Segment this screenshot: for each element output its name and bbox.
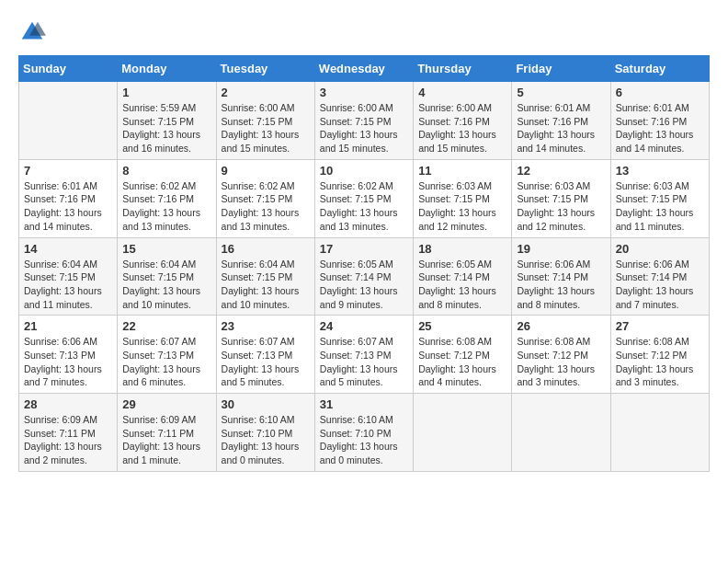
day-number: 8 [122,164,210,178]
day-info: Sunrise: 6:04 AM Sunset: 7:15 PM Dayligh… [222,258,310,312]
logo-icon [18,18,46,46]
calendar-cell: 26Sunrise: 6:08 AM Sunset: 7:12 PM Dayli… [512,316,610,394]
weekday-header-monday: Monday [118,56,216,82]
day-info: Sunrise: 6:10 AM Sunset: 7:10 PM Dayligh… [320,413,408,467]
calendar-week-4: 21Sunrise: 6:06 AM Sunset: 7:13 PM Dayli… [19,316,710,394]
day-number: 21 [24,319,112,333]
day-info: Sunrise: 6:02 AM Sunset: 7:15 PM Dayligh… [222,179,310,234]
calendar-cell: 2Sunrise: 6:00 AM Sunset: 7:15 PM Daylig… [216,82,314,160]
calendar-week-5: 28Sunrise: 6:09 AM Sunset: 7:11 PM Dayli… [19,394,710,472]
day-number: 1 [122,86,210,99]
day-number: 17 [320,242,408,256]
calendar-week-3: 14Sunrise: 6:04 AM Sunset: 7:15 PM Dayli… [19,237,710,316]
day-number: 6 [616,86,704,99]
day-info: Sunrise: 6:09 AM Sunset: 7:11 PM Dayligh… [122,413,210,467]
day-number: 22 [122,319,210,333]
calendar-cell: 4Sunrise: 6:00 AM Sunset: 7:16 PM Daylig… [414,82,512,160]
calendar-cell: 28Sunrise: 6:09 AM Sunset: 7:11 PM Dayli… [19,394,118,472]
day-number: 16 [222,242,310,256]
day-info: Sunrise: 6:10 AM Sunset: 7:10 PM Dayligh… [222,413,310,467]
calendar-cell: 17Sunrise: 6:05 AM Sunset: 7:14 PM Dayli… [314,237,413,316]
day-number: 7 [24,164,112,178]
day-info: Sunrise: 6:09 AM Sunset: 7:11 PM Dayligh… [24,413,112,467]
calendar-week-1: 1Sunrise: 5:59 AM Sunset: 7:15 PM Daylig… [19,82,710,160]
day-number: 24 [320,319,408,333]
day-number: 27 [616,319,704,333]
calendar-cell [19,82,118,160]
calendar-cell: 7Sunrise: 6:01 AM Sunset: 7:16 PM Daylig… [19,159,118,237]
day-info: Sunrise: 5:59 AM Sunset: 7:15 PM Dayligh… [122,101,210,155]
calendar-cell: 15Sunrise: 6:04 AM Sunset: 7:15 PM Dayli… [118,237,216,316]
day-info: Sunrise: 6:06 AM Sunset: 7:13 PM Dayligh… [24,335,112,389]
day-info: Sunrise: 6:01 AM Sunset: 7:16 PM Dayligh… [517,101,605,155]
day-info: Sunrise: 6:07 AM Sunset: 7:13 PM Dayligh… [320,335,408,389]
day-number: 29 [122,397,210,411]
day-number: 2 [222,86,310,99]
day-info: Sunrise: 6:02 AM Sunset: 7:15 PM Dayligh… [320,179,408,234]
day-info: Sunrise: 6:08 AM Sunset: 7:12 PM Dayligh… [517,335,605,389]
day-number: 28 [24,397,112,411]
day-info: Sunrise: 6:01 AM Sunset: 7:16 PM Dayligh… [24,179,112,234]
day-number: 19 [517,242,605,256]
calendar-cell: 5Sunrise: 6:01 AM Sunset: 7:16 PM Daylig… [512,82,610,160]
day-number: 3 [320,86,408,99]
calendar-cell [414,394,512,472]
day-info: Sunrise: 6:04 AM Sunset: 7:15 PM Dayligh… [24,258,112,312]
day-number: 18 [418,242,506,256]
day-info: Sunrise: 6:08 AM Sunset: 7:12 PM Dayligh… [616,335,704,389]
day-info: Sunrise: 6:08 AM Sunset: 7:12 PM Dayligh… [418,335,506,389]
day-number: 5 [517,86,605,99]
calendar-cell: 3Sunrise: 6:00 AM Sunset: 7:15 PM Daylig… [314,82,413,160]
day-number: 31 [320,397,408,411]
calendar-cell: 8Sunrise: 6:02 AM Sunset: 7:16 PM Daylig… [118,159,216,237]
calendar-week-2: 7Sunrise: 6:01 AM Sunset: 7:16 PM Daylig… [19,159,710,237]
day-info: Sunrise: 6:05 AM Sunset: 7:14 PM Dayligh… [418,258,506,312]
day-info: Sunrise: 6:03 AM Sunset: 7:15 PM Dayligh… [616,179,704,234]
calendar-cell: 24Sunrise: 6:07 AM Sunset: 7:13 PM Dayli… [314,316,413,394]
calendar-cell: 10Sunrise: 6:02 AM Sunset: 7:15 PM Dayli… [314,159,413,237]
calendar-cell [610,394,709,472]
weekday-header-thursday: Thursday [414,56,512,82]
day-number: 20 [616,242,704,256]
calendar-cell: 23Sunrise: 6:07 AM Sunset: 7:13 PM Dayli… [216,316,314,394]
day-info: Sunrise: 6:01 AM Sunset: 7:16 PM Dayligh… [616,101,704,155]
calendar-cell: 6Sunrise: 6:01 AM Sunset: 7:16 PM Daylig… [610,82,709,160]
calendar-cell: 14Sunrise: 6:04 AM Sunset: 7:15 PM Dayli… [19,237,118,316]
calendar-cell: 29Sunrise: 6:09 AM Sunset: 7:11 PM Dayli… [118,394,216,472]
weekday-header-sunday: Sunday [19,56,118,82]
page-header [18,18,710,46]
calendar-cell: 21Sunrise: 6:06 AM Sunset: 7:13 PM Dayli… [19,316,118,394]
day-info: Sunrise: 6:00 AM Sunset: 7:15 PM Dayligh… [320,101,408,155]
calendar-cell: 22Sunrise: 6:07 AM Sunset: 7:13 PM Dayli… [118,316,216,394]
weekday-header-friday: Friday [512,56,610,82]
calendar-cell [512,394,610,472]
calendar-table: SundayMondayTuesdayWednesdayThursdayFrid… [18,55,710,472]
day-info: Sunrise: 6:07 AM Sunset: 7:13 PM Dayligh… [222,335,310,389]
day-number: 26 [517,319,605,333]
day-info: Sunrise: 6:03 AM Sunset: 7:15 PM Dayligh… [517,179,605,234]
day-number: 4 [418,86,506,99]
weekday-header-tuesday: Tuesday [216,56,314,82]
day-info: Sunrise: 6:06 AM Sunset: 7:14 PM Dayligh… [517,258,605,312]
calendar-header: SundayMondayTuesdayWednesdayThursdayFrid… [19,56,710,82]
weekday-header-saturday: Saturday [610,56,709,82]
day-info: Sunrise: 6:06 AM Sunset: 7:14 PM Dayligh… [616,258,704,312]
day-number: 13 [616,164,704,178]
day-number: 25 [418,319,506,333]
day-info: Sunrise: 6:02 AM Sunset: 7:16 PM Dayligh… [122,179,210,234]
logo [18,18,50,46]
calendar-cell: 19Sunrise: 6:06 AM Sunset: 7:14 PM Dayli… [512,237,610,316]
calendar-cell: 11Sunrise: 6:03 AM Sunset: 7:15 PM Dayli… [414,159,512,237]
day-number: 12 [517,164,605,178]
calendar-cell: 1Sunrise: 5:59 AM Sunset: 7:15 PM Daylig… [118,82,216,160]
day-info: Sunrise: 6:00 AM Sunset: 7:16 PM Dayligh… [418,101,506,155]
day-info: Sunrise: 6:07 AM Sunset: 7:13 PM Dayligh… [122,335,210,389]
calendar-cell: 25Sunrise: 6:08 AM Sunset: 7:12 PM Dayli… [414,316,512,394]
calendar-cell: 31Sunrise: 6:10 AM Sunset: 7:10 PM Dayli… [314,394,413,472]
calendar-body: 1Sunrise: 5:59 AM Sunset: 7:15 PM Daylig… [19,82,710,472]
calendar-cell: 30Sunrise: 6:10 AM Sunset: 7:10 PM Dayli… [216,394,314,472]
day-number: 15 [122,242,210,256]
day-info: Sunrise: 6:04 AM Sunset: 7:15 PM Dayligh… [122,258,210,312]
calendar-cell: 20Sunrise: 6:06 AM Sunset: 7:14 PM Dayli… [610,237,709,316]
day-number: 11 [418,164,506,178]
